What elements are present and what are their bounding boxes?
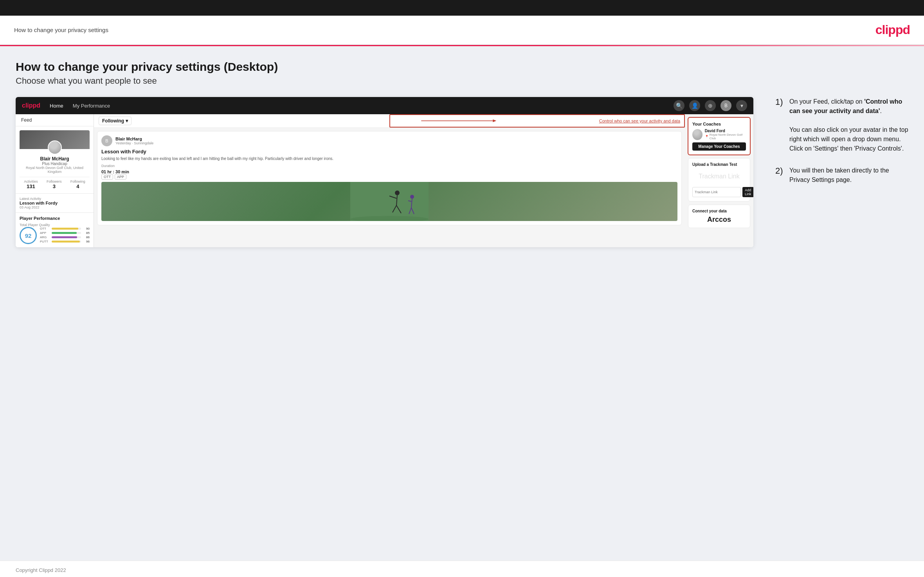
latest-activity-section: Latest Activity Lesson with Fordy 03 Aug…: [16, 194, 94, 213]
activity-card-header: B Blair McHarg Yesterday · Sunningdale: [101, 135, 677, 146]
trackman-placeholder: Trackman Link: [692, 169, 746, 184]
step-1-text: On your Feed, click/tap on 'Control who …: [789, 97, 908, 153]
chevron-down-icon[interactable]: ▾: [736, 100, 747, 111]
app-left-sidebar: Feed Blair McHarg Plus Handicap: [16, 114, 94, 247]
following-label: Following: [70, 180, 85, 183]
coaches-title: Your Coaches: [692, 122, 746, 126]
nav-my-performance[interactable]: My Performance: [73, 103, 110, 109]
tag-ott: OTT: [101, 174, 113, 180]
following-button[interactable]: Following ▾: [99, 117, 131, 125]
step-2-number: 2): [775, 166, 786, 176]
connect-data-box: Connect your data Arccos: [688, 205, 750, 228]
followers-value: 3: [47, 183, 62, 189]
tpq-bar-value: 96: [83, 240, 90, 243]
feed-tab[interactable]: Feed: [16, 114, 94, 126]
page-title: How to change your privacy settings (Des…: [16, 60, 908, 74]
player-performance-section: Player Performance Total Player Quality …: [16, 213, 94, 247]
activity-card: B Blair McHarg Yesterday · Sunningdale L…: [97, 131, 682, 225]
tpq-bars: OTT 90 APP 85 ARG 86 PUTT: [40, 227, 90, 244]
app-nav-icons: 🔍 👤 ⊕ B ▾: [674, 100, 747, 111]
step-2-header: 2) You will then be taken directly to th…: [775, 166, 908, 185]
arccos-brand: Arccos: [692, 216, 746, 224]
trackman-add-button[interactable]: Add Link: [742, 187, 753, 197]
chevron-icon: ▾: [126, 118, 128, 124]
instructions-panel: 1) On your Feed, click/tap on 'Control w…: [767, 97, 908, 197]
tpq-bar-fill: [52, 228, 78, 230]
tpq-bar-fill: [52, 232, 77, 234]
trackman-box: Upload a Trackman Test Trackman Link Add…: [688, 158, 750, 201]
tpq-bar-row: PUTT 96: [40, 240, 90, 243]
coach-name: David Ford: [705, 129, 746, 133]
svg-rect-0: [350, 182, 429, 221]
profile-club: Royal North Devon Golf Club, United King…: [20, 166, 90, 174]
following-stat: Following 4: [70, 180, 85, 189]
avatar-icon[interactable]: B: [720, 100, 731, 111]
activity-tags: OTT APP: [101, 174, 677, 180]
activity-user-avatar: B: [101, 135, 112, 146]
tpq-bar-track: [52, 228, 81, 230]
page-subtitle: Choose what you want people to see: [16, 76, 908, 86]
search-icon[interactable]: 🔍: [674, 100, 684, 111]
golfer-illustration: [101, 182, 677, 221]
instruction-step-2: 2) You will then be taken directly to th…: [775, 166, 908, 185]
app-logo: clippd: [22, 102, 40, 109]
activity-desc: Looking to feel like my hands are exitin…: [101, 156, 677, 162]
followers-stat: Followers 3: [47, 180, 62, 189]
profile-avatar: [48, 140, 62, 155]
app-body: Feed Blair McHarg Plus Handicap: [16, 114, 753, 247]
tpq-bar-track: [52, 236, 81, 238]
step-1-number: 1): [775, 97, 786, 107]
coach-item: David Ford 📍 Royal North Devon Golf Club: [692, 129, 746, 140]
profile-stats: Activities 131 Followers 3 Following 4: [20, 177, 90, 189]
profile-banner: [20, 130, 90, 149]
nav-home[interactable]: Home: [50, 103, 63, 109]
location-icon: 📍: [705, 135, 709, 138]
trackman-title: Upload a Trackman Test: [692, 162, 746, 167]
tpq-circle: 92: [20, 227, 37, 244]
followers-label: Followers: [47, 180, 62, 183]
profile-handicap: Plus Handicap: [20, 162, 90, 166]
latest-activity-date: 03 Aug 2022: [20, 205, 90, 209]
page-title-section: How to change your privacy settings (Des…: [16, 60, 908, 86]
main-content: How to change your privacy settings (Des…: [0, 46, 924, 561]
activity-title: Lesson with Fordy: [101, 149, 677, 155]
activity-duration-value: 01 hr : 30 min: [101, 169, 677, 174]
person-icon[interactable]: 👤: [689, 100, 700, 111]
activity-image: [101, 182, 677, 221]
profile-avatar-image: [49, 141, 61, 154]
latest-activity-label: Latest Activity: [20, 197, 90, 201]
tpq-bar-label: ARG: [40, 235, 50, 239]
app-screenshot: clippd Home My Performance 🔍 👤 ⊕ B ▾: [16, 97, 753, 247]
tpq-bar-label: PUTT: [40, 240, 50, 243]
content-layout: clippd Home My Performance 🔍 👤 ⊕ B ▾: [16, 97, 908, 247]
following-value: 4: [70, 183, 85, 189]
svg-point-2: [395, 191, 400, 195]
coach-avatar: [692, 129, 702, 140]
profile-name: Blair McHarg: [20, 156, 90, 162]
tpq-bar-value: 90: [83, 227, 90, 230]
control-privacy-link[interactable]: Control who can see your activity and da…: [599, 119, 680, 123]
profile-card: Blair McHarg Plus Handicap Royal North D…: [16, 126, 94, 194]
app-right-sidebar: Your Coaches David Ford 📍 Royal North De…: [685, 114, 753, 247]
activity-duration-label: Duration: [101, 164, 677, 168]
tpq-bar-label: APP: [40, 231, 50, 235]
tpq-bar-label: OTT: [40, 227, 50, 230]
site-footer: Copyright Clippd 2022: [0, 561, 924, 577]
plus-icon[interactable]: ⊕: [705, 100, 716, 111]
tag-app: APP: [115, 174, 126, 180]
following-bar: Following ▾ Control who can see your act…: [94, 114, 685, 128]
copyright-text: Copyright Clippd 2022: [16, 567, 66, 573]
manage-coaches-button[interactable]: Manage Your Coaches: [692, 142, 746, 151]
tpq-bar-fill: [52, 241, 80, 243]
latest-activity-title: Lesson with Fordy: [20, 201, 90, 205]
site-header: How to change your privacy settings clip…: [0, 16, 924, 45]
step-1-header: 1) On your Feed, click/tap on 'Control w…: [775, 97, 908, 153]
instruction-step-1: 1) On your Feed, click/tap on 'Control w…: [775, 97, 908, 153]
activities-label: Activities: [24, 180, 38, 183]
app-screenshot-wrapper: clippd Home My Performance 🔍 👤 ⊕ B ▾: [16, 97, 753, 247]
connect-data-title: Connect your data: [692, 209, 746, 213]
trackman-link-input[interactable]: [692, 187, 741, 197]
coach-club: 📍 Royal North Devon Golf Club: [705, 133, 746, 140]
tpq-bar-track: [52, 232, 81, 234]
tpq-bar-fill: [52, 236, 77, 238]
